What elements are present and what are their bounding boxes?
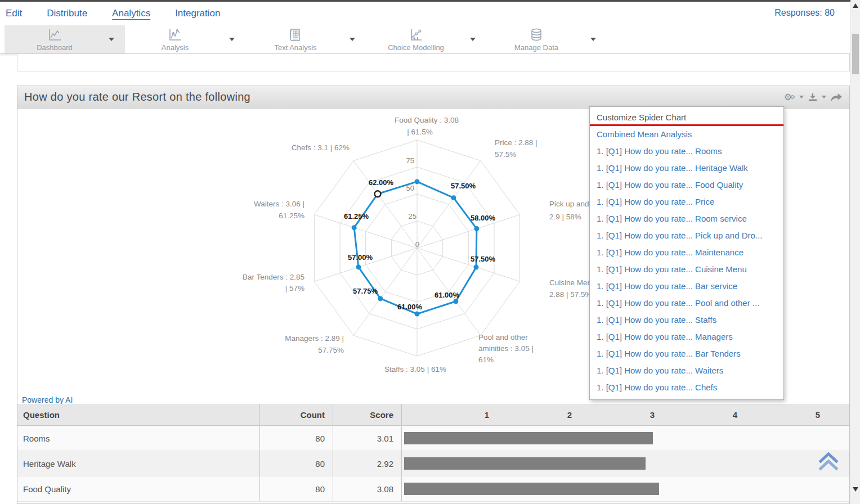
analysis-chart-icon: [167, 28, 183, 42]
toolbar-item-manage-data[interactable]: Manage Data: [486, 25, 607, 53]
scrollbar-thumb[interactable]: [852, 34, 859, 74]
toolbar-item-label: Choice Modelling: [388, 43, 444, 52]
radar-point-label: 57.50%: [471, 255, 496, 263]
menu-item[interactable]: 1. [Q1] How do you rate... Room service: [590, 210, 783, 227]
radar-axis-label: 57.5%: [495, 150, 516, 159]
count-cell: 80: [259, 476, 333, 501]
score-cell: 3.08: [333, 476, 401, 501]
settings-caret-icon[interactable]: [799, 96, 804, 98]
menu-item[interactable]: 1. [Q1] How do you rate... Bar service: [590, 278, 783, 295]
scale-header-number: 3: [644, 404, 661, 426]
previous-panel-edge: [17, 54, 850, 71]
menu-item[interactable]: 1. [Q1] How do you rate... Waiters: [590, 362, 783, 379]
radar-point[interactable]: [356, 264, 361, 269]
menu-item[interactable]: 1. [Q1] How do you rate... Staffs: [590, 312, 783, 328]
radar-point[interactable]: [451, 195, 456, 200]
radar-point-highlighted[interactable]: [375, 191, 381, 197]
menu-item[interactable]: 1. [Q1] How do you rate... Heritage Walk: [590, 160, 783, 177]
nav-item-distribute[interactable]: Distribute: [47, 8, 87, 19]
download-caret-icon[interactable]: [822, 96, 826, 98]
scale-header-number: 4: [727, 404, 743, 426]
radar-point[interactable]: [352, 225, 357, 230]
menu-item[interactable]: 1. [Q1] How do you rate... Chefs: [590, 379, 783, 396]
radar-axis-label: Staffs : 3.05 | 61%: [384, 365, 446, 374]
text-analysis-icon: [288, 28, 303, 42]
table-header-row: Question Count Score 12345: [17, 404, 849, 426]
table-row: Heritage Walk802.92: [17, 451, 849, 476]
score-bar: [404, 483, 659, 495]
score-table: Question Count Score 12345 Rooms803.01He…: [17, 404, 849, 502]
powered-by-ai-link[interactable]: Powered by AI: [22, 395, 73, 404]
scale-header-number: 5: [809, 404, 826, 426]
bar-cell: [401, 426, 849, 451]
menu-item[interactable]: 1. [Q1] How do you rate... Price: [590, 194, 783, 210]
radar-axis-label: 61.25%: [279, 212, 304, 220]
radar-axis-label: Price : 2.88 |: [495, 138, 538, 147]
radar-point-label: 61.00%: [397, 303, 423, 311]
radar-axis-label: Pool and other: [478, 333, 528, 341]
nav-item-analytics[interactable]: Analytics: [112, 8, 150, 19]
scrollbar-down-arrow-icon[interactable]: [853, 487, 858, 492]
radar-point-label: 61.00%: [435, 291, 460, 299]
toolbar-item-choice-modelling[interactable]: Choice Modelling: [366, 25, 486, 53]
radar-axis-label: Waiters : 3.06 |: [254, 200, 304, 208]
menu-item[interactable]: 1. [Q1] How do you rate... Bar Tenders: [590, 345, 783, 362]
question-cell: Food Quality: [17, 476, 259, 501]
col-header-score: Score: [333, 404, 401, 425]
menu-item[interactable]: 1. [Q1] How do you rate... Rooms: [590, 143, 783, 160]
radar-axis-label: Bar Tenders : 2.85: [243, 273, 304, 281]
menu-item[interactable]: 1. [Q1] How do you rate... Pool and othe…: [590, 295, 783, 312]
settings-gears-icon[interactable]: ⚙⚙: [784, 92, 795, 102]
spider-chart-panel: How do you rate our Resort on the follow…: [17, 86, 850, 504]
table-row: Food Quality803.08: [17, 476, 849, 502]
menu-item[interactable]: 1. [Q1] How do you rate... Managers: [590, 328, 783, 345]
choice-modelling-dropdown-caret[interactable]: [470, 38, 476, 41]
radar-axis-label: Food Quality : 3.08: [395, 116, 459, 124]
toolbar-item-text-analysis[interactable]: Text Analysis: [245, 25, 366, 53]
radar-point-label: 57.00%: [348, 253, 373, 262]
question-cell: Rooms: [17, 426, 259, 451]
bar-cell: [401, 476, 849, 501]
score-cell: 2.92: [333, 451, 401, 476]
analysis-dropdown-caret[interactable]: [229, 38, 235, 41]
menu-item[interactable]: 1. [Q1] How do you rate... Maintenance: [590, 244, 783, 261]
toolbar-item-analysis[interactable]: Analysis: [125, 25, 245, 53]
radar-point[interactable]: [378, 296, 383, 301]
vertical-scrollbar[interactable]: [850, 0, 860, 504]
share-icon[interactable]: [830, 93, 843, 102]
dashboard-dropdown-caret[interactable]: [109, 38, 114, 41]
menu-item[interactable]: 1. [Q1] How do you rate... Food Quality: [590, 177, 783, 194]
text-analysis-dropdown-caret[interactable]: [350, 38, 355, 41]
question-cell: Heritage Walk: [17, 451, 259, 476]
panel-header: How do you rate our Resort on the follow…: [17, 86, 849, 109]
radar-point[interactable]: [415, 179, 420, 184]
radar-axis-label: 2.9 | 58%: [549, 213, 581, 221]
panel-title: How do you rate our Resort on the follow…: [24, 91, 250, 104]
radar-axis-label: 57.75%: [318, 346, 344, 354]
radar-axis-label: | 61.5%: [407, 128, 433, 136]
toolbar-item-label: Analysis: [162, 43, 189, 52]
radar-point[interactable]: [474, 226, 479, 231]
download-icon[interactable]: [808, 93, 818, 102]
score-cell: 3.01: [333, 426, 401, 451]
menu-item[interactable]: Customize Spider Chart: [590, 109, 783, 126]
radar-point-label: 62.00%: [369, 178, 394, 187]
nav-item-edit[interactable]: Edit: [6, 8, 22, 19]
database-icon: [528, 28, 544, 42]
scrollbar-up-arrow-icon[interactable]: [853, 3, 858, 8]
manage-data-dropdown-caret[interactable]: [590, 38, 596, 41]
nav-item-integration[interactable]: Integration: [175, 8, 220, 19]
menu-item[interactable]: 1. [Q1] How do you rate... Cuisine Menu: [590, 261, 783, 278]
radar-point[interactable]: [453, 299, 458, 304]
radar-point[interactable]: [473, 265, 478, 270]
radar-axis-label: 61%: [478, 356, 494, 364]
count-cell: 80: [259, 451, 333, 476]
scroll-to-top-button[interactable]: [817, 451, 840, 473]
radar-point[interactable]: [415, 312, 420, 317]
chart-options-menu: Customize Spider ChartCombined Mean Anal…: [589, 106, 784, 400]
radar-spoke: [353, 161, 417, 248]
toolbar-item-dashboard[interactable]: Dashboard: [5, 25, 125, 53]
menu-item[interactable]: 1. [Q1] How do you rate... Pick up and D…: [590, 227, 783, 244]
scale-header-number: 2: [561, 404, 578, 426]
menu-item[interactable]: Combined Mean Analysis: [590, 126, 783, 143]
